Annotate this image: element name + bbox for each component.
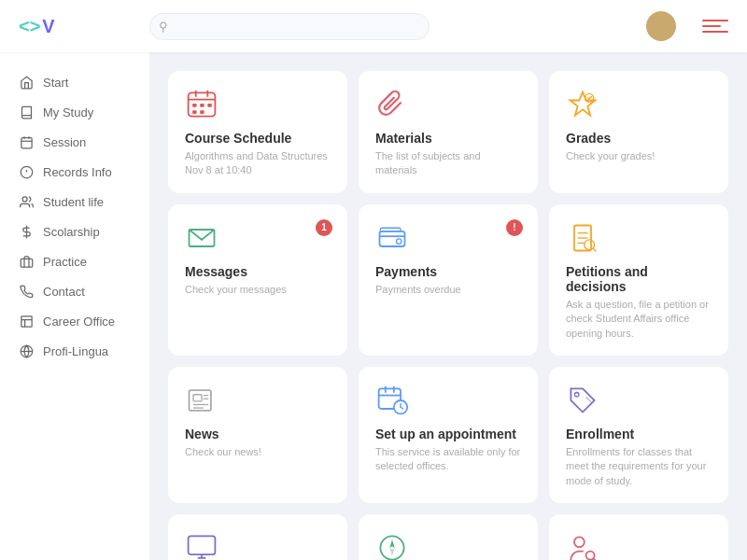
- menu-button[interactable]: [702, 15, 728, 37]
- search-input[interactable]: [149, 13, 430, 40]
- logo: <> V: [19, 16, 131, 37]
- sidebar-item-career-office[interactable]: Career Office: [0, 306, 149, 336]
- svg-rect-25: [380, 231, 405, 246]
- card-icon-course-schedule: [185, 88, 218, 121]
- card-card-bottom-2[interactable]: [359, 514, 538, 560]
- menu-line-3: [702, 31, 728, 33]
- globe-icon: [19, 343, 34, 358]
- sidebar-item-start[interactable]: Start: [0, 67, 149, 97]
- card-title-grades: Grades: [566, 131, 712, 146]
- card-card-bottom-3[interactable]: [549, 514, 728, 560]
- sidebar-item-profi-lingua[interactable]: Profi-Lingua: [0, 336, 149, 366]
- svg-rect-34: [193, 395, 202, 401]
- svg-point-46: [574, 392, 579, 397]
- sidebar-item-practice[interactable]: Practice: [0, 246, 149, 276]
- search-icon: ⚲: [159, 20, 168, 34]
- card-title-course-schedule: Course Schedule: [185, 131, 331, 146]
- svg-marker-53: [389, 548, 394, 556]
- svg-rect-18: [200, 104, 204, 107]
- sidebar-label-practice: Practice: [43, 255, 87, 269]
- sidebar-label-session: Session: [43, 135, 86, 149]
- card-title-enrollment: Enrollment: [566, 427, 712, 441]
- card-subtitle-appointment: This service is available only for selec…: [375, 445, 521, 474]
- svg-rect-48: [189, 537, 216, 555]
- svg-point-7: [22, 196, 27, 201]
- card-icon-appointment: [375, 384, 409, 417]
- phone-icon: [19, 284, 34, 299]
- svg-point-54: [574, 537, 585, 547]
- sidebar-label-my-study: My Study: [43, 105, 93, 119]
- book-icon: [19, 105, 34, 119]
- card-subtitle-petitions: Ask a question, file a petition or check…: [566, 298, 712, 341]
- card-icon-grades: [566, 88, 599, 121]
- card-title-materials: Materials: [375, 131, 521, 146]
- cards-row4: [168, 514, 728, 560]
- sidebar-label-career-office: Career Office: [43, 315, 115, 329]
- sidebar-item-scolarship[interactable]: Scolarship: [0, 217, 149, 246]
- sidebar-item-records-info[interactable]: Records Info: [0, 157, 149, 187]
- card-enrollment[interactable]: Enrollment Enrollments for classes that …: [549, 367, 728, 503]
- card-title-messages: Messages: [185, 264, 331, 279]
- search-bar: ⚲: [149, 13, 430, 40]
- svg-rect-19: [207, 104, 212, 107]
- card-messages[interactable]: 1 Messages Check your messages: [168, 204, 347, 356]
- card-title-news: News: [185, 427, 331, 441]
- main-layout: Start My Study Session Records Info Stud…: [0, 52, 747, 560]
- menu-line-2: [702, 25, 721, 27]
- sidebar-label-profi-lingua: Profi-Lingua: [43, 344, 108, 358]
- card-subtitle-materials: The list of subjects and materials: [375, 149, 521, 178]
- sidebar-item-my-study[interactable]: My Study: [0, 97, 149, 127]
- card-card-bottom-1[interactable]: [168, 514, 347, 560]
- card-grades[interactable]: Grades Check your grades!: [549, 71, 728, 193]
- svg-marker-52: [389, 539, 394, 548]
- card-subtitle-payments: Payments overdue: [375, 283, 521, 297]
- logo-left: <>: [19, 16, 40, 37]
- content-area: Course Schedule Algorithms and Data Stru…: [149, 52, 747, 560]
- card-appointment[interactable]: Set up an appointment This service is av…: [359, 367, 538, 503]
- card-subtitle-grades: Check your grades!: [566, 149, 712, 163]
- svg-marker-22: [571, 92, 596, 116]
- info-icon: [19, 164, 34, 179]
- badge-payments: !: [506, 219, 523, 236]
- dollar-icon: [19, 224, 34, 239]
- svg-rect-9: [21, 259, 33, 267]
- card-icon-news: [185, 384, 218, 417]
- card-icon-enrollment: [566, 384, 599, 417]
- svg-rect-0: [21, 137, 31, 147]
- sidebar-label-student-life: Student life: [43, 195, 104, 209]
- card-icon-petitions: [566, 221, 599, 255]
- users-icon: [19, 194, 34, 209]
- sidebar-item-student-life[interactable]: Student life: [0, 187, 149, 217]
- card-news[interactable]: News Check our news!: [168, 367, 347, 503]
- menu-line-1: [702, 20, 728, 21]
- user-info: [646, 11, 684, 41]
- sidebar-label-start: Start: [43, 76, 68, 90]
- sidebar-label-records-info: Records Info: [43, 165, 112, 179]
- briefcase-icon: [19, 254, 34, 269]
- card-subtitle-messages: Check your messages: [185, 283, 331, 297]
- svg-point-26: [397, 239, 402, 244]
- calendar-icon: [19, 134, 34, 149]
- card-payments[interactable]: ! Payments Payments overdue: [359, 204, 538, 356]
- card-subtitle-course-schedule: Algorithms and Data StructuresNov 8 at 1…: [185, 149, 331, 178]
- card-icon-card-bottom-1: [185, 531, 218, 560]
- svg-rect-20: [192, 110, 197, 114]
- logo-right: V: [42, 16, 54, 37]
- card-course-schedule[interactable]: Course Schedule Algorithms and Data Stru…: [168, 71, 347, 193]
- svg-line-32: [593, 248, 597, 252]
- avatar: [646, 11, 676, 41]
- card-icon-card-bottom-3: [566, 531, 599, 560]
- card-icon-payments: [375, 221, 409, 255]
- header: <> V ⚲: [0, 0, 747, 52]
- svg-rect-10: [21, 315, 31, 326]
- badge-messages: 1: [316, 219, 332, 236]
- card-petitions[interactable]: Petitions and decisions Ask a question, …: [549, 204, 728, 356]
- sidebar-item-contact[interactable]: Contact: [0, 276, 149, 306]
- card-title-payments: Payments: [375, 264, 521, 279]
- card-title-petitions: Petitions and decisions: [566, 264, 712, 294]
- sidebar-item-session[interactable]: Session: [0, 127, 149, 157]
- card-materials[interactable]: Materials The list of subjects and mater…: [359, 71, 538, 193]
- cards-row2: 1 Messages Check your messages ! Payment…: [168, 204, 728, 356]
- svg-line-47: [586, 397, 591, 401]
- card-title-appointment: Set up an appointment: [375, 427, 521, 441]
